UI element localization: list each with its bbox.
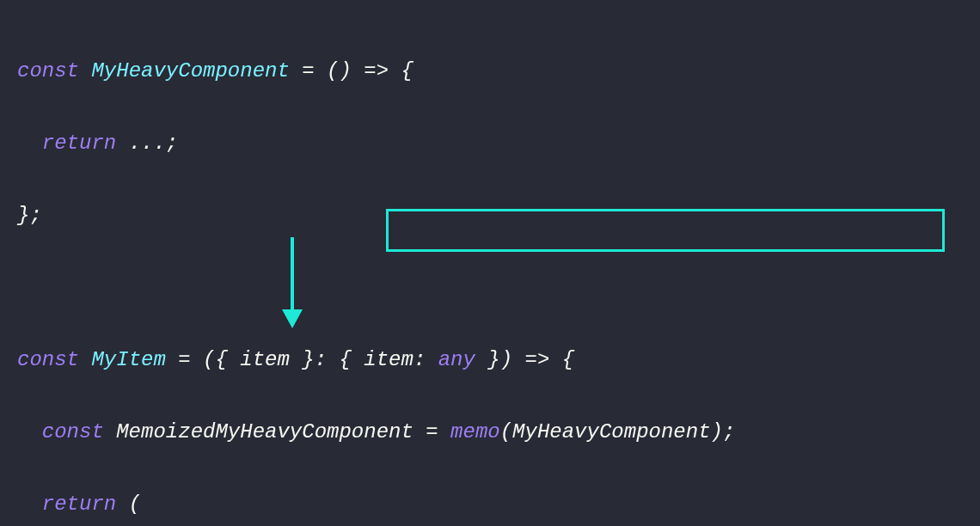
- code-snippet: const MyHeavyComponent = () => { return …: [17, 17, 963, 526]
- identifier-MyHeavyComponent: MyHeavyComponent: [91, 59, 302, 83]
- code-line-2: return ...;: [17, 125, 963, 162]
- param-item: item: [240, 348, 302, 371]
- identifier-MyItem: MyItem: [91, 348, 178, 371]
- keyword-const: const: [17, 59, 91, 83]
- arrow-down-icon: [275, 237, 309, 332]
- svg-marker-1: [282, 309, 303, 328]
- ellipsis: ...;: [129, 132, 179, 155]
- arrow-fn-open: }) => {: [487, 348, 574, 371]
- keyword-const: const: [17, 348, 91, 371]
- code-line-4-empty: [17, 270, 963, 306]
- type-any: any: [438, 348, 488, 371]
- identifier-MemoizedMyHeavyComponent: MemoizedMyHeavyComponent: [116, 420, 426, 443]
- type-annotation-open: }: {: [302, 348, 364, 371]
- arg-MyHeavyComponent: MyHeavyComponent: [512, 420, 710, 443]
- paren-open: (: [129, 492, 141, 516]
- code-line-7: return (: [17, 486, 963, 523]
- keyword-return: return: [17, 492, 129, 516]
- code-line-6: const MemoizedMyHeavyComponent = memo(My…: [17, 414, 963, 450]
- equals: =: [426, 420, 450, 443]
- paren-close-semi: );: [711, 420, 736, 443]
- paren-open: (: [500, 420, 512, 443]
- code-line-5: const MyItem = ({ item }: { item: any })…: [17, 342, 963, 378]
- keyword-return: return: [17, 132, 129, 155]
- code-line-1: const MyHeavyComponent = () => {: [17, 53, 963, 89]
- close-brace: };: [17, 204, 42, 227]
- type-key-item: item: [364, 348, 413, 371]
- arrow-fn-open: = () => {: [302, 59, 413, 83]
- highlight-box-memo-call: [386, 209, 945, 252]
- colon: :: [413, 348, 438, 371]
- keyword-const: const: [17, 420, 116, 443]
- fn-memo: memo: [450, 420, 500, 443]
- destructure-open: = ({: [178, 348, 240, 371]
